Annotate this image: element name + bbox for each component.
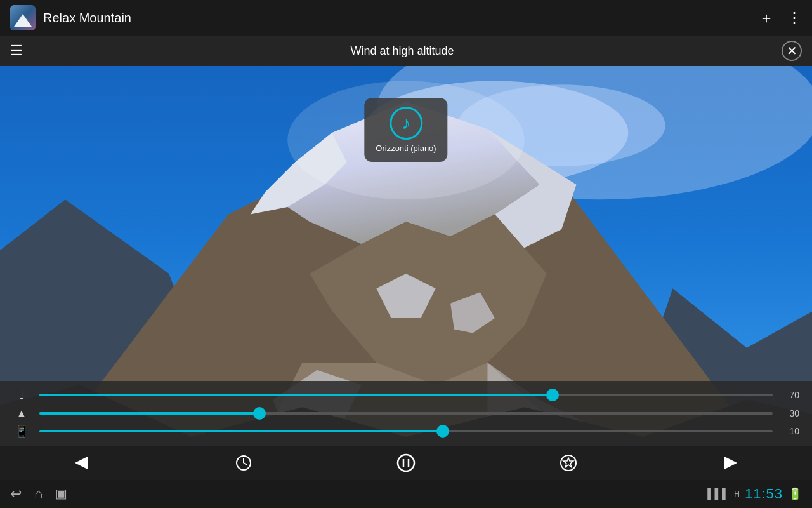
svg-marker-18 bbox=[75, 457, 88, 469]
overflow-menu-button[interactable]: ⋮ bbox=[787, 9, 802, 27]
music-slider-thumb[interactable] bbox=[546, 389, 559, 401]
device-icon: 📱 bbox=[13, 424, 30, 438]
controls-overlay: ♩ 70 ▲ 30 📱 10 bbox=[0, 381, 812, 446]
app-bar-left: Relax Mountain bbox=[10, 5, 131, 30]
prev-button[interactable] bbox=[66, 448, 96, 478]
music-slider-value: 70 bbox=[782, 390, 799, 400]
music-card-label: Orizzonti (piano) bbox=[376, 144, 436, 153]
pause-button[interactable] bbox=[391, 448, 421, 478]
device-slider-row: 📱 10 bbox=[13, 424, 799, 438]
device-slider-fill bbox=[39, 430, 443, 432]
device-slider-value: 10 bbox=[782, 426, 799, 436]
svg-marker-27 bbox=[724, 457, 737, 469]
music-slider-row: ♩ 70 bbox=[13, 387, 799, 403]
nature-slider-thumb[interactable] bbox=[253, 407, 266, 420]
battery-icon: 🔋 bbox=[788, 487, 802, 501]
svg-line-21 bbox=[244, 463, 247, 465]
hamburger-menu-icon[interactable]: ☰ bbox=[10, 43, 23, 59]
mountain-background: ♪ Orizzonti (piano) ♩ 70 ▲ 30 📱 bbox=[0, 66, 812, 508]
nature-icon: ▲ bbox=[13, 408, 30, 419]
music-note-icon: ♪ bbox=[390, 107, 422, 140]
next-button[interactable] bbox=[716, 448, 746, 478]
music-icon: ♩ bbox=[13, 387, 30, 403]
nature-slider-fill bbox=[39, 412, 259, 415]
track-title: Wind at high altitude bbox=[23, 44, 782, 58]
app-title: Relax Mountain bbox=[43, 11, 131, 25]
system-status: ▌▌▌ H 11:53 🔋 bbox=[707, 486, 802, 502]
nature-slider-track[interactable] bbox=[39, 412, 773, 415]
device-slider-track[interactable] bbox=[39, 430, 773, 432]
app-icon bbox=[10, 5, 36, 30]
svg-marker-26 bbox=[563, 458, 573, 467]
system-bar: ↩ ⌂ ▣ ▌▌▌ H 11:53 🔋 bbox=[0, 480, 812, 508]
app-bar-right: ＋ ⋮ bbox=[759, 8, 802, 28]
secondary-bar: ☰ Wind at high altitude ✕ bbox=[0, 36, 812, 66]
svg-point-22 bbox=[398, 455, 414, 471]
signal-bars-icon: ▌▌▌ bbox=[707, 488, 729, 500]
app-bar: Relax Mountain ＋ ⋮ bbox=[0, 0, 812, 36]
system-clock: 11:53 bbox=[745, 486, 783, 502]
nature-slider-value: 30 bbox=[782, 408, 799, 418]
system-nav-buttons: ↩ ⌂ ▣ bbox=[10, 486, 67, 502]
music-slider-fill bbox=[39, 394, 553, 396]
close-button[interactable]: ✕ bbox=[782, 41, 802, 61]
timer-button[interactable] bbox=[228, 448, 259, 478]
nature-slider-row: ▲ 30 bbox=[13, 408, 799, 419]
mountain-icon-shape bbox=[14, 14, 32, 27]
add-button[interactable]: ＋ bbox=[759, 8, 774, 28]
back-icon[interactable]: ↩ bbox=[10, 486, 22, 502]
transport-bar bbox=[0, 446, 812, 480]
h-badge: H bbox=[734, 490, 740, 498]
home-icon[interactable]: ⌂ bbox=[34, 486, 43, 502]
music-card[interactable]: ♪ Orizzonti (piano) bbox=[364, 98, 447, 162]
device-slider-thumb[interactable] bbox=[436, 425, 449, 438]
favorite-button[interactable] bbox=[553, 448, 584, 478]
music-slider-track[interactable] bbox=[39, 394, 773, 396]
recents-icon[interactable]: ▣ bbox=[55, 486, 67, 502]
